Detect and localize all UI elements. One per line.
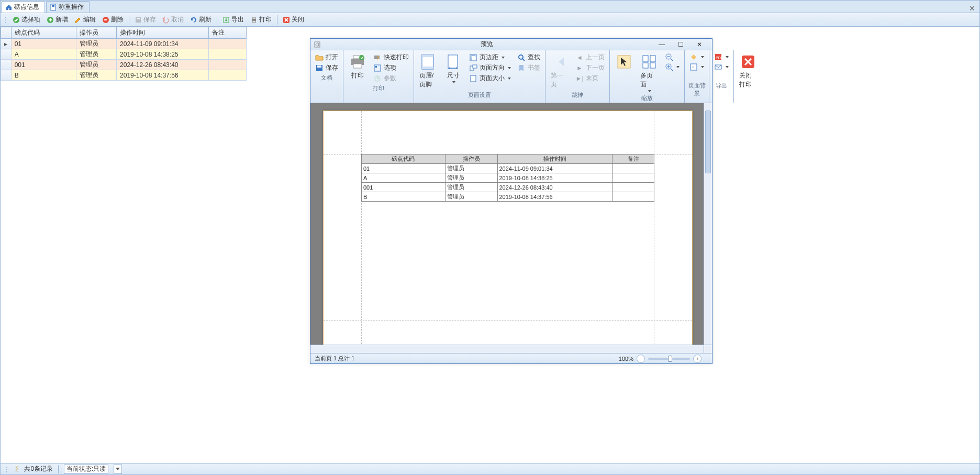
cell-note[interactable]: [208, 60, 246, 70]
header-footer-icon: [420, 53, 437, 70]
preview-app-icon: [314, 41, 321, 48]
preview-cell: 01: [362, 164, 446, 173]
plus-icon: [47, 16, 54, 24]
cell-code[interactable]: B: [11, 70, 76, 81]
export-button[interactable]: 导出: [220, 14, 247, 25]
cell-time[interactable]: 2019-10-08 14:38:25: [117, 49, 209, 60]
preview-viewport[interactable]: 磅点代码操作员操作时间备注01管理员2024-11-09 09:01:34A管理…: [310, 103, 712, 353]
zoom-percent: 100%: [619, 356, 633, 362]
ribbon-group-close-print: 关闭打印: [734, 50, 762, 103]
table-row[interactable]: A管理员2019-10-08 14:38:25: [1, 49, 247, 60]
zoom-slider-handle[interactable]: [668, 356, 672, 362]
dropdown-icon: [508, 78, 511, 80]
undo-icon: [162, 16, 170, 24]
cell-note[interactable]: [208, 70, 246, 81]
save-button[interactable]: 保存: [314, 63, 340, 73]
main-status-bar: ⋮ Σ 共0条记录 当前状态:只读: [1, 463, 979, 474]
svg-rect-8: [137, 18, 140, 19]
close-tab-icon[interactable]: ✕: [969, 4, 975, 13]
pointer-button[interactable]: [613, 52, 635, 71]
data-grid[interactable]: 磅点代码操作员操作时间备注▸01管理员2024-11-09 09:01:34A管…: [1, 27, 247, 81]
window-close-button[interactable]: ✕: [690, 40, 709, 49]
multipage-icon: [641, 53, 658, 70]
application-window: 磅点信息 称重操作 ✕ ⋮ 选择项 新增 编辑 删除 保存 取消 刷新 导出 打…: [0, 0, 980, 475]
pagesize-button[interactable]: 页面大小: [467, 73, 513, 83]
cell-time[interactable]: 2019-10-08 14:37:56: [117, 70, 209, 81]
group-label: 导出: [712, 82, 730, 89]
preview-column-header: 操作时间: [497, 154, 612, 164]
open-button[interactable]: 打开: [314, 52, 340, 62]
cancel-button: 取消: [160, 14, 186, 25]
size-icon: [445, 53, 462, 70]
preview-cell: [612, 192, 654, 202]
cell-operator[interactable]: 管理员: [76, 39, 116, 49]
cell-time[interactable]: 2024-12-26 08:43:40: [117, 60, 209, 70]
zoom-in-button[interactable]: [663, 62, 681, 72]
close-button[interactable]: 关闭: [280, 14, 307, 25]
column-header[interactable]: 备注: [208, 27, 246, 39]
group-label: 文档: [314, 74, 340, 81]
refresh-button[interactable]: 刷新: [187, 14, 214, 25]
new-button[interactable]: 新增: [44, 14, 71, 25]
preview-column-header: 磅点代码: [362, 154, 446, 164]
tab-weighing-operation[interactable]: 称重操作: [46, 1, 90, 13]
zoom-minus-button[interactable]: −: [637, 355, 645, 363]
prev-page-button: ◄上一页: [574, 52, 606, 62]
cell-time[interactable]: 2024-11-09 09:01:34: [117, 39, 209, 49]
zoom-out-button[interactable]: [663, 52, 681, 62]
cell-code[interactable]: 01: [11, 39, 76, 49]
header-footer-button[interactable]: 页眉/页脚: [417, 52, 439, 90]
printer-icon: [349, 53, 366, 70]
column-header[interactable]: 操作时间: [117, 27, 209, 39]
state-dropdown[interactable]: 当前状态:只读: [64, 465, 108, 474]
cell-operator[interactable]: 管理员: [76, 70, 116, 81]
margins-button[interactable]: 页边距: [467, 52, 513, 62]
minimize-button[interactable]: —: [652, 40, 671, 49]
select-button[interactable]: 选择项: [10, 14, 43, 25]
cell-code[interactable]: 001: [11, 60, 76, 70]
scrollbar-thumb[interactable]: [705, 111, 711, 173]
orientation-button[interactable]: 页面方向: [467, 63, 513, 73]
cell-note[interactable]: [208, 39, 246, 49]
svg-rect-28: [422, 67, 433, 69]
edit-button[interactable]: 编辑: [72, 14, 98, 25]
preview-cell: 管理员: [445, 164, 497, 173]
close-print-button[interactable]: 关闭打印: [737, 52, 759, 90]
column-header[interactable]: 操作员: [76, 27, 116, 39]
export-mail-button[interactable]: [712, 62, 730, 72]
bg-color-button[interactable]: [688, 52, 706, 62]
print-button[interactable]: 打印: [248, 14, 274, 25]
multi-page-button[interactable]: 多页面: [638, 52, 660, 93]
column-header[interactable]: 磅点代码: [11, 27, 76, 39]
find-button[interactable]: 查找: [516, 52, 542, 62]
state-dropdown-arrow[interactable]: [114, 465, 122, 474]
preview-vscrollbar[interactable]: [704, 103, 712, 345]
table-row[interactable]: ▸01管理员2024-11-09 09:01:34: [1, 39, 247, 49]
document-tabs: 磅点信息 称重操作 ✕: [1, 1, 979, 13]
svg-rect-0: [51, 4, 55, 10]
cell-operator[interactable]: 管理员: [76, 60, 116, 70]
zoom-plus-button[interactable]: +: [693, 355, 701, 363]
print-options-button[interactable]: 选项: [372, 63, 410, 73]
tab-pound-info[interactable]: 磅点信息: [2, 1, 45, 13]
zoom-slider[interactable]: [648, 358, 690, 360]
table-row[interactable]: B管理员2019-10-08 14:37:56: [1, 70, 247, 81]
zoom-out-icon: [665, 53, 673, 61]
svg-rect-37: [643, 56, 648, 62]
export-pdf-button[interactable]: PDF: [712, 52, 730, 62]
cell-operator[interactable]: 管理员: [76, 49, 116, 60]
cell-note[interactable]: [208, 49, 246, 60]
maximize-button[interactable]: ☐: [671, 40, 690, 49]
quick-print-button[interactable]: 快速打印: [372, 52, 410, 62]
table-row[interactable]: 001管理员2024-12-26 08:43:40: [1, 60, 247, 70]
row-marker: [1, 70, 12, 81]
bg-watermark-button[interactable]: A: [688, 62, 706, 72]
print-big-button[interactable]: 打印: [347, 52, 369, 81]
preview-column-header: 备注: [612, 154, 654, 164]
cell-code[interactable]: A: [11, 49, 76, 60]
dropdown-icon: [508, 67, 511, 69]
delete-button[interactable]: 删除: [99, 14, 126, 25]
preview-hscrollbar[interactable]: [310, 345, 704, 353]
ribbon-group-background: A 页面背景: [685, 50, 709, 103]
page-size-button[interactable]: 尺寸: [442, 52, 464, 84]
